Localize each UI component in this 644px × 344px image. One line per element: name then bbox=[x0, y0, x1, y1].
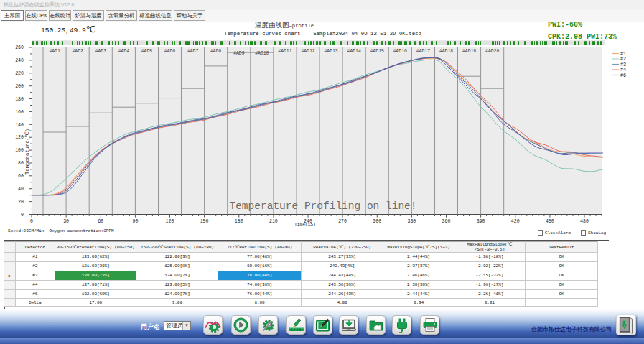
svg-text:#AD17: #AD17 bbox=[416, 49, 430, 54]
svg-text:#AD10: #AD10 bbox=[255, 51, 269, 56]
svg-text:#AD14: #AD14 bbox=[347, 49, 361, 54]
svg-text:180: 180 bbox=[235, 219, 243, 224]
svg-text:0: 0 bbox=[21, 213, 24, 218]
svg-text:Temperature Profiling on line!: Temperature Profiling on line! bbox=[229, 200, 416, 212]
svg-text:160: 160 bbox=[15, 110, 24, 115]
svg-text:#AD12: #AD12 bbox=[301, 49, 314, 54]
svg-text:#AD11: #AD11 bbox=[278, 49, 291, 54]
svg-text:#6: #6 bbox=[620, 73, 626, 78]
svg-text:270: 270 bbox=[338, 219, 347, 224]
svg-text:450: 450 bbox=[546, 219, 554, 224]
svg-text:210: 210 bbox=[269, 219, 278, 224]
svg-text:#AD15: #AD15 bbox=[370, 49, 384, 54]
svg-text:#AD2: #AD2 bbox=[73, 49, 84, 54]
svg-text:#AD7: #AD7 bbox=[187, 49, 199, 54]
svg-text:420: 420 bbox=[511, 219, 520, 224]
svg-text:#AD1: #AD1 bbox=[49, 49, 60, 54]
svg-text:30: 30 bbox=[63, 219, 69, 224]
svg-text:150: 150 bbox=[200, 219, 209, 224]
svg-text:20: 20 bbox=[18, 200, 24, 205]
svg-text:#AD9: #AD9 bbox=[233, 51, 245, 56]
svg-text:40: 40 bbox=[18, 187, 24, 192]
svg-text:120: 120 bbox=[15, 135, 24, 140]
svg-text:#AD19: #AD19 bbox=[462, 49, 476, 54]
svg-text:#AD4: #AD4 bbox=[118, 49, 130, 54]
svg-text:#AD16: #AD16 bbox=[393, 49, 407, 54]
svg-text:#AD5: #AD5 bbox=[141, 49, 153, 54]
svg-text:240: 240 bbox=[15, 58, 24, 63]
svg-text:#AD13: #AD13 bbox=[325, 49, 338, 54]
svg-text:#AD6: #AD6 bbox=[164, 49, 176, 54]
svg-text:330: 330 bbox=[407, 219, 416, 224]
svg-text:480: 480 bbox=[580, 219, 589, 224]
svg-text:#AD3: #AD3 bbox=[95, 49, 107, 54]
svg-text:Time(1S): Time(1S) bbox=[294, 222, 316, 227]
svg-text:60: 60 bbox=[98, 219, 103, 224]
svg-text:300: 300 bbox=[373, 219, 381, 224]
svg-text:60: 60 bbox=[18, 174, 24, 179]
svg-text:100: 100 bbox=[15, 148, 24, 153]
svg-text:#AD18: #AD18 bbox=[439, 49, 453, 54]
svg-text:Temperature(℃): Temperature(℃) bbox=[24, 129, 30, 175]
svg-text:260: 260 bbox=[15, 45, 24, 50]
svg-text:90: 90 bbox=[132, 219, 138, 224]
svg-text:360: 360 bbox=[442, 219, 451, 224]
svg-text:0: 0 bbox=[30, 219, 33, 224]
svg-text:#AD8: #AD8 bbox=[210, 49, 222, 54]
svg-text:#AD20: #AD20 bbox=[485, 49, 499, 54]
svg-text:140: 140 bbox=[15, 123, 24, 128]
svg-text:390: 390 bbox=[477, 219, 485, 224]
svg-text:200: 200 bbox=[15, 84, 24, 89]
svg-text:120: 120 bbox=[166, 219, 174, 224]
svg-text:80: 80 bbox=[18, 161, 24, 166]
svg-text:220: 220 bbox=[15, 71, 24, 76]
svg-text:180: 180 bbox=[15, 97, 24, 102]
